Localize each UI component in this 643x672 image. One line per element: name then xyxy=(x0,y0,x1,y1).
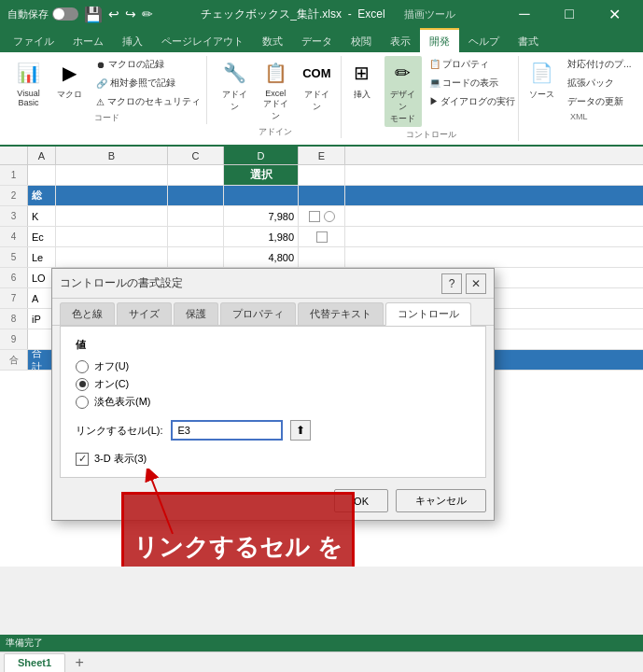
addin-button[interactable]: 🔧 アドイン xyxy=(216,56,253,115)
add-sheet-button[interactable]: + xyxy=(69,653,90,672)
insert-button[interactable]: ⊞ 挿入 xyxy=(343,56,381,103)
maximize-button[interactable]: □ xyxy=(548,0,591,28)
checkbox-3d[interactable] xyxy=(76,453,89,466)
tab-view[interactable]: 表示 xyxy=(381,28,420,52)
cell-e3[interactable] xyxy=(299,206,345,226)
properties-button[interactable]: 📋 プロパティ xyxy=(426,56,520,73)
relative-ref-button[interactable]: 🔗相対参照で記録 xyxy=(92,75,204,91)
radio-mixed[interactable]: 淡色表示(M) xyxy=(76,395,470,409)
tab-home[interactable]: ホーム xyxy=(63,28,113,52)
close-button[interactable]: ✕ xyxy=(593,0,636,28)
cell-d3[interactable]: 7,980 xyxy=(224,206,299,226)
tab-alt-text[interactable]: 代替テキスト xyxy=(298,302,384,325)
run-dialog-button[interactable]: ▶ ダイアログの実行 xyxy=(426,93,520,110)
minimize-button[interactable]: ─ xyxy=(503,0,546,28)
cell-b4[interactable] xyxy=(56,227,168,246)
pencil-icon[interactable]: ✏ xyxy=(142,7,153,21)
tab-insert[interactable]: 挿入 xyxy=(113,28,152,52)
cell-a4[interactable]: Ec xyxy=(28,227,56,246)
cell-c1[interactable] xyxy=(168,165,224,185)
col-header-a[interactable]: A xyxy=(28,147,56,164)
com-icon: COM xyxy=(301,58,331,88)
dialog-close-button[interactable]: ✕ xyxy=(466,273,486,294)
col-header-b[interactable]: B xyxy=(56,147,168,164)
cell-b3[interactable] xyxy=(56,206,168,226)
tab-data[interactable]: データ xyxy=(292,28,342,52)
link-cell-input[interactable]: E3 xyxy=(171,420,283,441)
cell-e1[interactable] xyxy=(299,165,345,185)
cell-c5[interactable] xyxy=(168,247,224,267)
radio-on-circle xyxy=(76,378,89,391)
cell-b1[interactable] xyxy=(56,165,168,185)
cancel-button[interactable]: キャンセル xyxy=(396,489,486,512)
link-cell-label: リンクするセル(L): xyxy=(76,424,163,438)
tab-developer[interactable]: 開発 xyxy=(420,28,459,52)
view-code-button[interactable]: 💻 コードの表示 xyxy=(426,75,520,91)
tab-protection[interactable]: 保護 xyxy=(174,302,218,325)
auto-save-toggle[interactable] xyxy=(52,7,78,21)
dialog-help-button[interactable]: ? xyxy=(441,273,462,294)
cell-d1[interactable]: 選択 xyxy=(224,165,299,185)
tab-formulas[interactable]: 数式 xyxy=(253,28,292,52)
design-mode-button[interactable]: ✏ デザインモード xyxy=(384,56,422,127)
spreadsheet: A B C D E 1 選択 2 総 3 K 7,980 4 Ec xyxy=(0,147,643,567)
dialog-title-buttons: ? ✕ xyxy=(441,273,486,294)
cell-b5[interactable] xyxy=(56,247,168,267)
table-row: 4 Ec 1,980 xyxy=(0,227,643,247)
tab-help[interactable]: ヘルプ xyxy=(459,28,509,52)
refresh-data-button[interactable]: データの更新 xyxy=(564,93,635,110)
source-button[interactable]: 📄 ソース xyxy=(523,56,560,103)
checkbox-3d-row: 3-D 表示(3) xyxy=(76,452,470,466)
status-bar: 準備完了 xyxy=(0,635,643,651)
tab-file[interactable]: ファイル xyxy=(4,28,63,52)
tab-review[interactable]: 校閲 xyxy=(342,28,381,52)
tab-control[interactable]: コントロール xyxy=(385,302,471,326)
mapping-button[interactable]: 対応付けのプ... xyxy=(564,56,635,73)
expansion-pack-button[interactable]: 拡張パック xyxy=(564,75,635,91)
table-row: 5 Le 4,800 xyxy=(0,247,643,268)
cell-e2[interactable] xyxy=(299,186,345,205)
cell-e5[interactable] xyxy=(299,247,345,267)
row-num-2: 2 xyxy=(0,186,28,205)
ribbon-group-controls-items: ⊞ 挿入 ✏ デザインモード 📋 プロパティ 💻 コードの表示 ▶ ダイアログの… xyxy=(343,56,520,127)
cell-c4[interactable] xyxy=(168,227,224,246)
sheet-tabs: Sheet1 + xyxy=(0,651,643,672)
undo-icon[interactable]: ↩ xyxy=(108,7,119,21)
tab-color-line[interactable]: 色と線 xyxy=(60,302,115,325)
title-bar: 自動保存 💾 ↩ ↪ ✏ チェックボックス_集計.xlsx - Excel 描画… xyxy=(0,0,643,28)
cell-a2[interactable]: 総 xyxy=(28,186,56,205)
cell-a1[interactable] xyxy=(28,165,56,185)
col-header-c[interactable]: C xyxy=(168,147,224,164)
tab-properties[interactable]: プロパティ xyxy=(220,302,296,325)
visual-basic-button[interactable]: 📊 Visual Basic xyxy=(10,56,48,109)
macro-button[interactable]: ▶ マクロ xyxy=(51,56,89,103)
tab-format[interactable]: 書式 xyxy=(509,28,548,52)
com-addin-button[interactable]: COM アドイン xyxy=(298,56,335,115)
row-num-6: 6 xyxy=(0,268,28,287)
cell-b2[interactable] xyxy=(56,186,168,205)
redo-icon[interactable]: ↪ xyxy=(125,7,136,21)
ribbon-tabs: ファイル ホーム 挿入 ページレイアウト 数式 データ 校閲 表示 開発 ヘルプ… xyxy=(0,28,643,52)
cell-a3[interactable]: K xyxy=(28,206,56,226)
cell-d5[interactable]: 4,800 xyxy=(224,247,299,267)
col-header-e[interactable]: E xyxy=(299,147,345,164)
cell-e4[interactable] xyxy=(299,227,345,246)
save-icon[interactable]: 💾 xyxy=(84,6,103,23)
cell-c2[interactable] xyxy=(168,186,224,205)
tab-page-layout[interactable]: ページレイアウト xyxy=(152,28,253,52)
radio-on[interactable]: オン(C) xyxy=(76,377,470,391)
sheet-tab-sheet1[interactable]: Sheet1 xyxy=(4,653,65,672)
macro-security-button[interactable]: ⚠マクロのセキュリティ xyxy=(92,93,204,110)
record-macro-button[interactable]: ⏺マクロの記録 xyxy=(92,56,204,73)
radio-off[interactable]: オフ(U) xyxy=(76,359,470,373)
cell-d2[interactable] xyxy=(224,186,299,205)
link-cell-select-button[interactable]: ⬆ xyxy=(290,420,311,441)
cell-d4[interactable]: 1,980 xyxy=(224,227,299,246)
relative-icon: 🔗 xyxy=(96,78,107,89)
col-header-d[interactable]: D xyxy=(224,147,299,164)
cell-a5[interactable]: Le xyxy=(28,247,56,267)
ribbon-group-xml-items: 📄 ソース 対応付けのプ... 拡張パック データの更新 xyxy=(523,56,635,110)
tab-size[interactable]: サイズ xyxy=(117,302,172,325)
cell-c3[interactable] xyxy=(168,206,224,226)
excel-addin-button[interactable]: 📋 Excelアドイン xyxy=(257,56,294,124)
